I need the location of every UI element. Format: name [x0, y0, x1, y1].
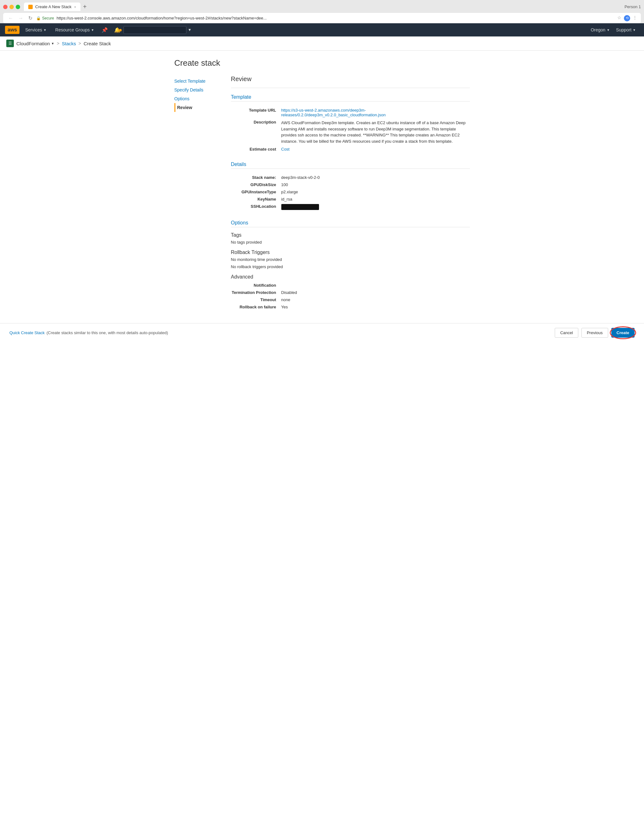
tags-section: Tags No tags provided — [231, 232, 470, 245]
aws-top-nav: aws Services ▼ Resource Groups ▼ 📌 🔔 ▼ O… — [0, 23, 644, 37]
rollback-failure-value: Yes — [281, 304, 470, 311]
bottom-action-bar: Quick Create Stack (Create stacks simila… — [0, 323, 644, 342]
template-url-row: Template URL https://s3-us-west-2.amazon… — [231, 107, 470, 118]
browser-tab[interactable]: Create A New Stack × — [24, 3, 80, 11]
region-selector[interactable]: Oregon ▼ — [587, 28, 613, 32]
advanced-title: Advanced — [231, 274, 470, 280]
breadcrumb-service-label: CloudFormation — [16, 41, 50, 46]
notification-bell[interactable]: 🔔 — [111, 27, 124, 33]
quick-create-link[interactable]: Quick Create Stack — [9, 330, 44, 335]
breadcrumb-service[interactable]: CloudFormation ▼ — [16, 41, 54, 46]
maximize-dot[interactable] — [16, 5, 20, 9]
create-button-wrapper: Create — [611, 328, 635, 337]
refresh-circle-icon[interactable]: ⟲ — [624, 15, 630, 21]
sidebar: Select Template Specify Details Options … — [175, 75, 225, 316]
quick-create-desc: (Create stacks similar to this one, with… — [46, 330, 168, 335]
template-details-table: Template URL https://s3-us-west-2.amazon… — [231, 107, 470, 153]
notification-row: Notification — [231, 282, 470, 289]
services-chevron-icon: ▼ — [43, 28, 46, 32]
sidebar-item-options[interactable]: Options — [175, 94, 225, 103]
support-menu[interactable]: Support ▼ — [613, 28, 639, 32]
star-icon[interactable]: ☆ — [617, 15, 621, 21]
main-content: Review Template Template URL https://s3-… — [225, 75, 470, 316]
notification-label: Notification — [231, 282, 281, 289]
resource-groups-label: Resource Groups — [55, 28, 90, 32]
gpu-instance-value: p2.xlarge — [281, 188, 470, 196]
advanced-table: Notification Termination Protection Disa… — [231, 282, 470, 311]
sidebar-item-select-template[interactable]: Select Template — [175, 77, 225, 86]
support-chevron-icon: ▼ — [633, 28, 636, 32]
addressbar-icons: ☆ ⟲ ⋮ — [617, 15, 637, 21]
template-url-link[interactable]: https://s3-us-west-2.amazonaws.com/deep3… — [281, 108, 386, 117]
sidebar-options-label: Options — [175, 96, 190, 101]
lock-icon: 🔒 — [36, 16, 41, 20]
gpu-disk-row: GPUDiskSize 100 — [231, 181, 470, 188]
minimize-dot[interactable] — [9, 5, 14, 9]
rollback-failure-row: Rollback on failure Yes — [231, 304, 470, 311]
notification-value — [281, 282, 470, 289]
tags-title: Tags — [231, 232, 470, 238]
termination-label: Termination Protection — [231, 289, 281, 296]
key-name-row: KeyName id_rsa — [231, 196, 470, 203]
details-heading: Details — [231, 162, 470, 167]
sidebar-review-label: Review — [177, 105, 192, 110]
sidebar-item-specify-details[interactable]: Specify Details — [175, 86, 225, 94]
address-bar: ← → ↻ 🔒 Secure https://us-west-2.console… — [3, 13, 641, 23]
estimate-cost-label: Estimate cost — [231, 146, 281, 153]
tab-favicon — [28, 5, 33, 9]
ssh-location-value — [281, 203, 470, 211]
options-heading: Options — [231, 220, 470, 226]
template-heading: Template — [231, 94, 470, 100]
refresh-button[interactable]: ↻ — [27, 14, 34, 22]
page-title: Create stack — [175, 58, 470, 68]
timeout-value: none — [281, 296, 470, 304]
gpu-disk-value: 100 — [281, 181, 470, 188]
tab-close-icon[interactable]: × — [74, 5, 76, 9]
breadcrumb-sep-1: > — [57, 41, 60, 46]
gpu-disk-label: GPUDiskSize — [231, 181, 281, 188]
sidebar-specify-details-label: Specify Details — [175, 87, 204, 92]
search-dropdown-icon[interactable]: ▼ — [186, 28, 193, 32]
description-value: AWS CloudFormation Deep3m template. Crea… — [281, 118, 470, 146]
secure-label: Secure — [42, 16, 54, 20]
global-search-input[interactable] — [124, 26, 186, 34]
cloudformation-icon: ☰ — [6, 40, 14, 47]
ssh-location-redacted — [281, 204, 319, 210]
aws-logo: aws — [5, 26, 20, 34]
ssh-location-label: SSHLocation — [231, 203, 281, 211]
create-button[interactable]: Create — [611, 328, 635, 337]
breadcrumb-stacks-link[interactable]: Stacks — [62, 41, 76, 46]
template-url-label: Template URL — [231, 107, 281, 118]
options-section: Options Tags No tags provided Rollback T… — [231, 220, 470, 311]
description-label: Description — [231, 118, 281, 146]
breadcrumb-current: Create Stack — [84, 41, 111, 46]
support-label: Support — [616, 28, 632, 32]
timeout-label: Timeout — [231, 296, 281, 304]
sidebar-item-review[interactable]: Review — [175, 103, 225, 112]
termination-row: Termination Protection Disabled — [231, 289, 470, 296]
details-table: Stack name: deep3m-stack-v0-2-0 GPUDiskS… — [231, 174, 470, 211]
back-button[interactable]: ← — [7, 15, 14, 22]
forward-button[interactable]: → — [17, 15, 25, 22]
advanced-section: Advanced Notification Termination Protec… — [231, 274, 470, 311]
url-text[interactable]: https://us-west-2.console.aws.amazon.com… — [57, 16, 615, 20]
stack-name-label: Stack name: — [231, 174, 281, 181]
rollback-triggers-text: No rollback triggers provided — [231, 264, 470, 269]
gpu-instance-row: GPUInstanceType p2.xlarge — [231, 188, 470, 196]
resource-groups-nav-item[interactable]: Resource Groups ▼ — [51, 23, 99, 37]
cost-link[interactable]: Cost — [281, 147, 290, 152]
cancel-button[interactable]: Cancel — [555, 328, 578, 337]
stack-name-value: deep3m-stack-v0-2-0 — [281, 174, 470, 181]
services-nav-item[interactable]: Services ▼ — [21, 23, 51, 37]
new-tab-button[interactable]: + — [80, 3, 89, 11]
region-chevron-icon: ▼ — [607, 28, 610, 32]
rollback-title: Rollback Triggers — [231, 250, 470, 255]
previous-button[interactable]: Previous — [581, 328, 608, 337]
gpu-instance-label: GPUInstanceType — [231, 188, 281, 196]
tags-text: No tags provided — [231, 240, 470, 245]
menu-icon[interactable]: ⋮ — [633, 15, 637, 21]
close-dot[interactable] — [3, 5, 8, 9]
secure-badge: 🔒 Secure — [36, 16, 54, 20]
estimate-cost-value: Cost — [281, 146, 470, 153]
pin-icon[interactable]: 📌 — [98, 27, 111, 33]
